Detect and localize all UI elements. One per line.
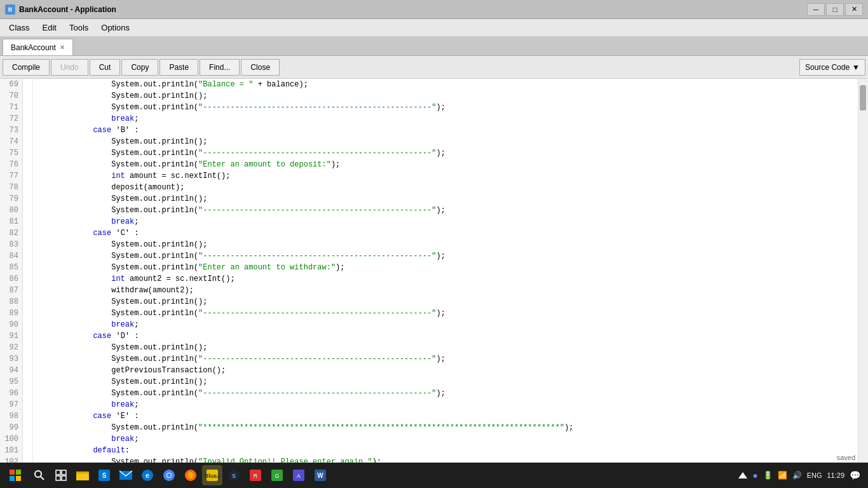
code-line: System.out.println(); [38,342,853,353]
mail-icon[interactable] [116,465,136,485]
edge-icon[interactable]: e [137,465,158,485]
dropdown-arrow-icon: ▼ [852,63,860,72]
tab-label: BankAccount [11,43,56,52]
line-number: 99 [4,422,18,433]
paste-button[interactable]: Paste [159,59,198,76]
menu-edit[interactable]: Edit [36,19,63,36]
lang-indicator[interactable]: ENG [807,471,822,479]
discord-tray-icon: ● [752,470,757,480]
app-icon-4[interactable]: A [288,465,309,485]
word-icon[interactable]: W [310,465,330,485]
copy-button[interactable]: Copy [121,59,158,76]
right-scrollbar[interactable] [858,79,868,463]
title-bar-left: B BankAccount - Application [5,4,116,15]
svg-rect-3 [16,476,21,481]
code-line: withdraw(amount2); [38,285,853,296]
store-icon[interactable]: S [94,465,114,485]
start-button[interactable] [3,464,28,487]
saved-status: saved [837,454,855,461]
line-number: 86 [4,273,18,285]
menu-bar: Class Edit Tools Options [0,19,868,37]
chrome-icon[interactable] [159,465,179,485]
menu-tools[interactable]: Tools [63,19,95,36]
code-line: System.out.println("--------------------… [38,308,853,319]
code-line: System.out.println("--------------------… [38,353,853,365]
scrollbar-thumb[interactable] [860,85,866,111]
bluej-icon[interactable]: BlueJ [202,465,222,485]
find-button[interactable]: Find... [200,59,240,76]
code-line: System.out.println("********************… [38,422,853,433]
line-number: 70 [4,90,18,102]
code-line: System.out.println("Balance = " + balanc… [38,79,853,90]
app-icon: B [5,4,15,15]
line-number: 73 [4,125,18,136]
source-code-label: Source Code [805,63,850,72]
line-number: 75 [4,147,18,159]
app-icon-2[interactable]: R [245,465,266,485]
line-number: 74 [4,136,18,147]
svg-point-4 [35,471,41,477]
svg-point-20 [167,473,171,477]
compile-button[interactable]: Compile [3,59,50,76]
line-number: 102 [4,456,18,463]
undo-button[interactable]: Undo [51,59,88,76]
window-title: BankAccount - Application [19,5,116,14]
code-line: System.out.println(); [38,296,853,308]
menu-class[interactable]: Class [3,19,36,36]
svg-marker-35 [738,472,747,478]
svg-rect-11 [76,473,89,480]
menu-options[interactable]: Options [95,19,136,36]
line-number: 81 [4,216,18,227]
chevron-up-icon[interactable] [738,471,747,480]
window-close-button[interactable]: ✕ [845,3,863,16]
search-taskbar-icon[interactable] [29,465,50,485]
system-clock[interactable]: 11:29 [827,471,844,479]
line-number: 87 [4,285,18,296]
svg-rect-1 [16,470,21,475]
toolbar: Compile Undo Cut Copy Paste Find... Clos… [0,56,868,79]
svg-rect-9 [62,476,66,480]
svg-text:S: S [102,472,107,479]
firefox-icon[interactable] [180,465,201,485]
scrollbar-track[interactable] [858,79,867,463]
line-numbers: 6970717273747576777879808182838485868788… [0,79,23,463]
line-number: 101 [4,445,18,456]
line-number: 91 [4,330,18,342]
line-number: 82 [4,227,18,239]
clock-time: 11:29 [827,471,844,479]
code-line: System.out.println(); [38,193,853,205]
line-number: 76 [4,159,18,170]
line-number: 90 [4,319,18,330]
code-line: System.out.println(); [38,90,853,102]
tab-bar: BankAccount ✕ [0,37,868,56]
svg-rect-0 [10,470,15,475]
line-number: 83 [4,239,18,250]
close-button[interactable]: Close [241,59,280,76]
line-number: 85 [4,262,18,273]
line-number: 88 [4,296,18,308]
app-icon-3[interactable]: G [267,465,287,485]
maximize-button[interactable]: □ [826,3,844,16]
line-number: 97 [4,399,18,410]
file-explorer-icon[interactable] [72,465,93,485]
line-number: 84 [4,250,18,262]
code-line: deposit(amount); [38,182,853,193]
tab-close-button[interactable]: ✕ [60,44,65,51]
cut-button[interactable]: Cut [90,59,121,76]
volume-icon: 🔊 [792,471,802,480]
minimize-button[interactable]: ─ [807,3,825,16]
line-number: 77 [4,170,18,182]
code-area[interactable]: System.out.println("Balance = " + balanc… [33,79,858,463]
tab-bankaccount[interactable]: BankAccount ✕ [3,39,73,55]
line-number: 79 [4,193,18,205]
code-line: System.out.println(); [38,136,853,147]
task-view-icon[interactable] [51,465,71,485]
code-line: System.out.println("--------------------… [38,205,853,216]
svg-point-22 [187,472,194,478]
code-line: int amount2 = sc.nextInt(); [38,273,853,285]
code-line: case 'C' : [38,227,853,239]
source-code-dropdown[interactable]: Source Code ▼ [799,59,865,76]
code-line: System.out.println(); [38,239,853,250]
notification-icon[interactable]: 💬 [850,470,860,480]
steam-icon[interactable]: S [224,465,244,485]
